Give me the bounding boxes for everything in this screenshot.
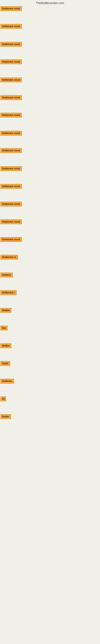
bottleneck-badge-6[interactable]: Bottleneck result xyxy=(0,95,22,100)
bottleneck-section-10: Bottleneck result xyxy=(0,166,100,173)
bottleneck-badge-18[interactable]: Bottlen xyxy=(0,308,11,313)
bottleneck-badge-10[interactable]: Bottleneck result xyxy=(0,166,22,171)
bottleneck-section-13: Bottleneck result xyxy=(0,218,100,226)
bottleneck-badge-12[interactable]: Bottleneck result xyxy=(0,202,22,206)
items-container: Bottleneck resultBottleneck resultBottle… xyxy=(0,6,100,448)
bottleneck-badge-15[interactable]: Bottleneck re xyxy=(0,255,18,260)
bottleneck-badge-1[interactable]: Bottleneck result xyxy=(0,6,22,11)
bottleneck-badge-23[interactable]: Bo xyxy=(0,396,6,401)
bottleneck-section-7: Bottleneck result xyxy=(0,112,100,119)
bottleneck-section-16: Bottlene xyxy=(0,272,100,279)
bottleneck-section-11: Bottleneck result xyxy=(0,183,100,190)
bottleneck-section-22: Bottlenec xyxy=(0,378,100,385)
bottleneck-badge-17[interactable]: Bottleneck r xyxy=(0,290,17,295)
bottleneck-badge-2[interactable]: Bottleneck result xyxy=(0,24,22,29)
bottleneck-section-20: Bottlen xyxy=(0,342,100,350)
bottleneck-section-17: Bottleneck r xyxy=(0,290,100,297)
bottleneck-badge-3[interactable]: Bottleneck result xyxy=(0,42,22,47)
bottleneck-badge-21[interactable]: Bottle xyxy=(0,361,10,366)
bottleneck-section-9: Bottleneck result xyxy=(0,147,100,154)
bottleneck-badge-19[interactable]: Bot xyxy=(0,326,8,330)
bottleneck-section-8: Bottleneck result xyxy=(0,130,100,137)
bottleneck-section-2: Bottleneck result xyxy=(0,23,100,30)
bottleneck-badge-7[interactable]: Bottleneck result xyxy=(0,113,22,118)
bottleneck-section-21: Bottle xyxy=(0,360,100,368)
bottleneck-badge-5[interactable]: Bottleneck result xyxy=(0,78,22,82)
bottleneck-section-4: Bottleneck result xyxy=(0,58,100,66)
bottleneck-section-24: Bottler xyxy=(0,413,100,420)
bottleneck-section-19: Bot xyxy=(0,325,100,332)
bottleneck-badge-22[interactable]: Bottlenec xyxy=(0,379,14,384)
bottleneck-section-15: Bottleneck re xyxy=(0,254,100,261)
bottleneck-section-12: Bottleneck result xyxy=(0,201,100,208)
bottleneck-badge-24[interactable]: Bottler xyxy=(0,414,11,419)
bottleneck-badge-14[interactable]: Bottleneck result xyxy=(0,237,22,242)
bottleneck-section-5: Bottleneck result xyxy=(0,77,100,84)
bottleneck-section-23: Bo xyxy=(0,396,100,403)
bottleneck-section-3: Bottleneck result xyxy=(0,41,100,48)
bottleneck-badge-8[interactable]: Bottleneck result xyxy=(0,131,22,136)
bottleneck-section-18: Bottlen xyxy=(0,307,100,314)
bottleneck-badge-13[interactable]: Bottleneck result xyxy=(0,219,22,224)
bottleneck-badge-4[interactable]: Bottleneck result xyxy=(0,59,22,64)
bottleneck-section-1: Bottleneck result xyxy=(0,6,100,13)
bottleneck-badge-20[interactable]: Bottlen xyxy=(0,343,11,348)
bottleneck-section-14: Bottleneck result xyxy=(0,236,100,244)
bottleneck-badge-11[interactable]: Bottleneck result xyxy=(0,184,22,189)
bottleneck-badge-16[interactable]: Bottlene xyxy=(0,272,13,277)
bottleneck-section-6: Bottleneck result xyxy=(0,94,100,102)
bottleneck-badge-9[interactable]: Bottleneck result xyxy=(0,148,22,153)
site-title: TheBottlenecker.com xyxy=(0,0,100,6)
